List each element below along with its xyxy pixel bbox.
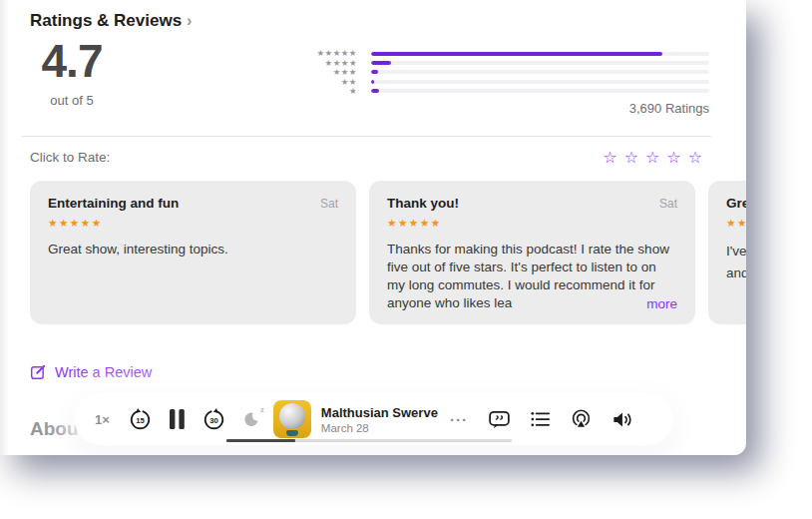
artwork-globe (279, 403, 305, 429)
review-card[interactable]: Gre ★★ I've and (708, 181, 746, 324)
airplay-audio-icon[interactable] (570, 408, 593, 431)
write-review-label: Write a Review (55, 364, 152, 380)
review-body: Thanks for making this podcast! I rate t… (387, 241, 677, 313)
artwork-stand (286, 430, 298, 436)
review-text-line: I've (726, 241, 746, 262)
episode-artwork[interactable] (273, 400, 311, 438)
playback-speed-button[interactable]: 1× (95, 412, 110, 427)
histogram-fill (371, 89, 379, 93)
ratings-histogram: ★★★★★ ★★★★ ★★★ ★★ ★ (307, 49, 709, 96)
star-row-label: ★★ (307, 78, 357, 87)
review-body: Great show, interesting topics. (48, 241, 338, 313)
more-options-button[interactable]: ··· (450, 411, 468, 428)
divider (22, 136, 711, 137)
episode-title: Malthusian Swerve (321, 405, 438, 420)
playback-progress-fill (226, 439, 295, 442)
compose-icon (30, 363, 47, 380)
review-body: I've and (726, 241, 746, 313)
queue-list-icon[interactable] (529, 408, 552, 431)
star-row-label: ★★★★ (307, 59, 357, 68)
skip-forward-30-button[interactable]: 30 (202, 407, 226, 432)
review-title: Thank you! (387, 196, 459, 211)
section-title: Ratings & Reviews (30, 11, 182, 30)
rating-summary: 4.7 out of 5 (30, 36, 114, 108)
skip-back-value: 15 (136, 416, 145, 425)
review-stars: ★★★★★ (48, 217, 338, 229)
ratings-count: 3,690 Ratings (629, 101, 709, 116)
histogram-row-3: ★★★ (307, 68, 709, 77)
write-review-button[interactable]: Write a Review (30, 363, 152, 380)
review-card[interactable]: Entertaining and fun Sat ★★★★★ Great sho… (30, 181, 356, 324)
histogram-fill (371, 70, 378, 74)
mini-player: 1× 15 30 (75, 393, 673, 445)
review-card[interactable]: Thank you! Sat ★★★★★ Thanks for making t… (369, 181, 695, 324)
now-playing-info[interactable]: Malthusian Swerve March 28 (321, 405, 438, 434)
desktop-wallpaper: Ratings & Reviews› 4.7 out of 5 ★★★★★ ★★… (0, 0, 812, 519)
star-row-label: ★★★★★ (307, 49, 357, 58)
review-cards: Entertaining and fun Sat ★★★★★ Great sho… (30, 181, 746, 324)
pause-button[interactable] (168, 408, 187, 430)
chevron-right-icon: › (187, 12, 192, 29)
rate-stars-input[interactable]: ☆☆☆☆☆ (603, 148, 709, 167)
histogram-row-5: ★★★★★ (307, 49, 709, 58)
transcript-icon[interactable] (488, 408, 511, 431)
review-title: Entertaining and fun (48, 196, 179, 211)
histogram-row-4: ★★★★ (307, 58, 709, 67)
histogram-track (371, 80, 709, 84)
review-stars: ★★★★★ (387, 217, 677, 229)
histogram-row-2: ★★ (307, 77, 709, 86)
review-text-line: and (726, 262, 746, 284)
volume-icon[interactable] (610, 408, 635, 431)
skip-forward-value: 30 (209, 416, 218, 425)
histogram-fill (371, 80, 374, 84)
star-row-label: ★ (307, 87, 357, 96)
histogram-track (371, 70, 709, 74)
review-date: Sat (659, 197, 677, 211)
histogram-fill (371, 61, 391, 65)
histogram-track (371, 89, 709, 93)
review-date: Sat (320, 197, 338, 211)
out-of-label: out of 5 (30, 93, 114, 108)
histogram-track (371, 61, 709, 65)
histogram-track (371, 52, 709, 56)
sleep-z-glyph: z (260, 406, 264, 413)
playback-progress-bar[interactable] (226, 439, 512, 442)
ratings-reviews-header[interactable]: Ratings & Reviews› (30, 11, 192, 31)
review-title: Gre (726, 196, 746, 211)
average-rating: 4.7 (30, 36, 114, 87)
podcasts-window: Ratings & Reviews› 4.7 out of 5 ★★★★★ ★★… (0, 0, 746, 455)
histogram-fill (371, 52, 662, 56)
sleep-timer-icon[interactable]: z (241, 410, 260, 429)
click-to-rate-label: Click to Rate: (30, 150, 110, 165)
histogram-row-1: ★ (307, 87, 709, 96)
skip-back-15-button[interactable]: 15 (128, 407, 153, 432)
star-row-label: ★★★ (307, 68, 357, 77)
review-stars: ★★ (726, 217, 746, 229)
click-to-rate-row: Click to Rate: ☆☆☆☆☆ (30, 148, 709, 167)
episode-date: March 28 (321, 422, 438, 434)
more-link[interactable]: more (612, 295, 677, 313)
